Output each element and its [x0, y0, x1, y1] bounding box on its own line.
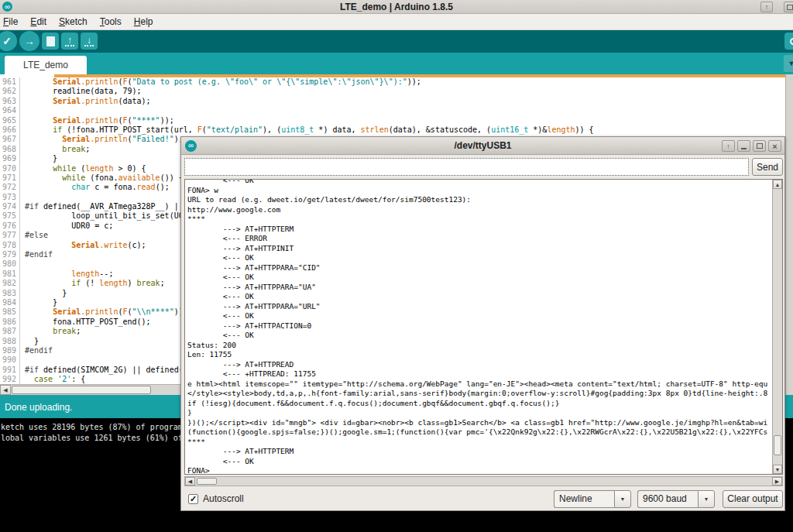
maximize-window-button[interactable] — [753, 140, 766, 152]
line-code — [20, 193, 25, 202]
serial-window-buttons: ↑ × — [722, 140, 781, 152]
check-icon: ✓ — [2, 35, 12, 47]
line-code: #endif — [20, 346, 53, 355]
line-number: 982 — [0, 279, 20, 288]
shade-window-button[interactable]: ↑ — [722, 140, 735, 152]
line-code: Serial.println(F("****")); — [20, 116, 174, 125]
line-number: 983 — [0, 289, 20, 298]
serial-horizontal-scrollbar[interactable]: ◀ ▶ — [184, 476, 783, 486]
open-sketch-button[interactable]: ↑ — [61, 33, 78, 50]
line-code: Serial.println(F("Data to post (e.g. \"f… — [20, 77, 421, 87]
scrollbar-thumb[interactable] — [12, 386, 151, 394]
line-number: 981 — [0, 269, 20, 279]
menu-item-sketch[interactable]: Sketch — [53, 15, 94, 29]
code-line[interactable]: 964 — [0, 106, 785, 115]
line-number: 977 — [0, 231, 20, 240]
menubar: FileEditSketchToolsHelp — [0, 14, 793, 30]
menu-item-file[interactable]: File — [0, 15, 24, 29]
close-icon: × — [772, 142, 777, 151]
maximize-icon — [787, 5, 793, 10]
tab-lte-demo[interactable]: LTE_demo — [5, 56, 87, 74]
upload-button[interactable]: → — [19, 31, 39, 51]
code-line[interactable]: 962 readline(data, 79); — [0, 87, 785, 96]
menu-item-edit[interactable]: Edit — [24, 15, 53, 29]
tab-label: LTE_demo — [23, 60, 68, 70]
shade-icon: ↑ — [726, 142, 730, 150]
line-number: 976 — [0, 221, 20, 231]
clear-output-button[interactable]: Clear output — [723, 490, 783, 508]
line-code: break; — [20, 327, 81, 336]
line-number: 973 — [0, 193, 20, 202]
menu-item-tools[interactable]: Tools — [94, 15, 128, 29]
menubar-items: FileEditSketchToolsHelp — [0, 15, 159, 29]
line-number: 974 — [0, 202, 20, 211]
serial-monitor-button[interactable] — [784, 33, 793, 50]
chevron-down-icon[interactable]: ▼ — [614, 490, 631, 508]
line-ending-dropdown[interactable]: Newline ▼ — [554, 490, 631, 508]
arduino-logo-icon: ∞ — [2, 2, 12, 12]
new-sketch-button[interactable] — [42, 33, 59, 50]
close-window-button[interactable]: × — [768, 140, 781, 152]
line-number: 970 — [0, 164, 20, 173]
line-number: 989 — [0, 346, 20, 355]
line-code: while (length > 0) { — [20, 164, 146, 173]
editor-vertical-scrollbar[interactable] — [785, 74, 793, 395]
serial-output-area[interactable]: <--- OK FONA> w URL to read (e.g. dweet.… — [184, 179, 783, 475]
scroll-up-arrow-icon[interactable]: ▲ — [773, 180, 782, 189]
scroll-left-arrow-icon[interactable]: ◀ — [185, 477, 195, 486]
line-number: 967 — [0, 135, 20, 144]
line-number: 990 — [0, 355, 20, 365]
scroll-down-arrow-icon[interactable]: ▼ — [773, 465, 782, 474]
line-number: 971 — [0, 173, 20, 183]
send-button[interactable]: Send — [752, 158, 783, 176]
line-code: #endif — [20, 250, 53, 259]
menu-item-help[interactable]: Help — [128, 15, 160, 29]
tab-menu-button[interactable]: ▼ — [784, 55, 793, 72]
scroll-right-arrow-icon[interactable]: ▶ — [772, 477, 782, 486]
shade-window-button[interactable]: ↑ — [760, 2, 773, 12]
code-line[interactable]: 961 Serial.println(F("Data to post (e.g.… — [0, 77, 785, 87]
code-line[interactable]: 965 Serial.println(F("****")); — [0, 116, 785, 125]
document-icon — [46, 36, 55, 46]
line-number: 980 — [0, 259, 20, 269]
serial-vertical-scrollbar[interactable]: ▲ ▼ — [772, 180, 782, 474]
line-code: Serial.println(F("\\n****")); — [20, 307, 188, 317]
minimize-icon — [741, 148, 747, 149]
line-ending-value: Newline — [554, 490, 614, 508]
maximize-window-button[interactable] — [784, 2, 793, 12]
right-arrow-icon: → — [24, 35, 35, 47]
line-number: 992 — [0, 375, 20, 384]
line-number: 961 — [0, 77, 20, 87]
code-line[interactable]: 963 Serial.println(data); — [0, 97, 785, 106]
line-code: } — [20, 298, 57, 307]
down-arrow-icon: ↓ — [87, 36, 91, 44]
line-number: 964 — [0, 106, 20, 115]
scrollbar-thumb[interactable] — [774, 435, 781, 455]
verify-button[interactable]: ✓ — [0, 31, 17, 51]
save-sketch-button[interactable]: ↓ — [81, 33, 98, 50]
line-code: length--; — [20, 269, 113, 279]
autoscroll-checkbox[interactable]: ✓ — [188, 494, 198, 504]
baud-rate-value: 9600 baud — [637, 490, 698, 508]
serial-titlebar[interactable]: ∞ /dev/ttyUSB1 ↑ × — [181, 137, 784, 155]
chevron-down-icon[interactable]: ▼ — [698, 490, 715, 508]
toolbar: ✓ → ↑ ↓ — [0, 30, 793, 53]
code-line[interactable]: 966 if (!fona.HTTP_POST_start(url, F("te… — [0, 125, 785, 135]
baud-rate-dropdown[interactable]: 9600 baud ▼ — [637, 490, 715, 508]
serial-output-text: <--- OK FONA> w URL to read (e.g. dweet.… — [187, 179, 782, 475]
line-code: while (fona.available()) { — [20, 173, 184, 183]
serial-send-input[interactable] — [184, 158, 749, 176]
line-code: case '2': { — [20, 375, 85, 384]
tray-icon — [65, 45, 74, 46]
line-code: fona.HTTP_POST_end(); — [20, 317, 151, 327]
autoscroll-label: Autoscroll — [203, 493, 244, 504]
line-code: } — [20, 337, 39, 346]
scroll-left-arrow-icon[interactable]: ◀ — [0, 385, 11, 395]
line-number: 969 — [0, 154, 20, 163]
line-code: Serial.println("Failed!"); — [20, 135, 184, 144]
line-number: 966 — [0, 125, 20, 135]
line-number: 968 — [0, 145, 20, 154]
minimize-window-button[interactable] — [737, 140, 750, 152]
line-code — [20, 355, 25, 365]
scrollbar-thumb[interactable] — [197, 478, 217, 485]
